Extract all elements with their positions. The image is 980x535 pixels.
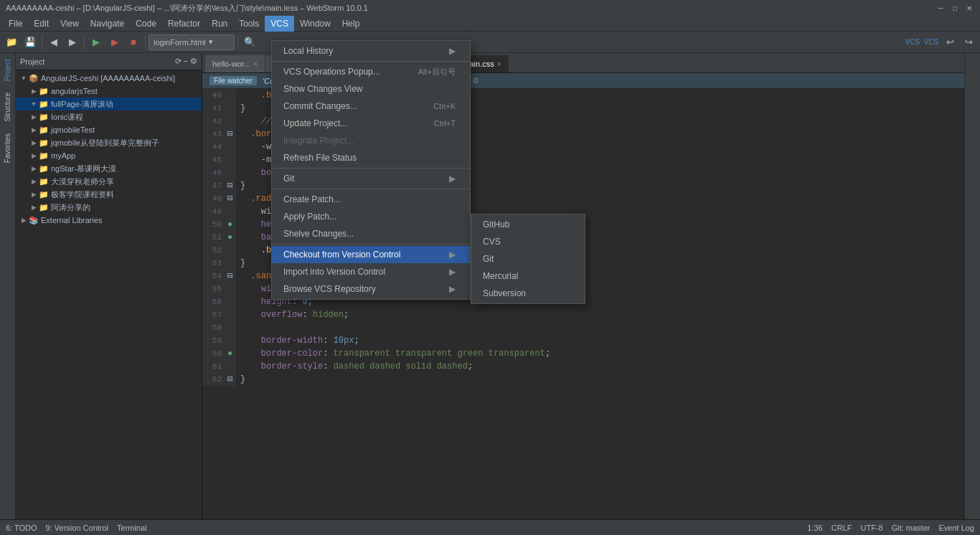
submenu-cvs[interactable]: CVS [471, 233, 585, 250]
menu-edit[interactable]: Edit [28, 16, 55, 32]
menu-update-project[interactable]: Update Project... Ctrl+T [272, 115, 470, 132]
menu-shelve-changes[interactable]: Shelve Changes... [272, 225, 470, 242]
minimize-button[interactable]: ─ [936, 3, 946, 13]
menu-run[interactable]: Run [206, 16, 233, 32]
submenu-mercurial[interactable]: Mercurial [471, 268, 585, 285]
tree-item-atao[interactable]: ▶ 📁 阿涛分享的 [16, 201, 202, 214]
menu-code[interactable]: Code [130, 16, 162, 32]
menu-browse-vcs[interactable]: Browse VCS Repository ▶ [272, 280, 470, 298]
project-selector[interactable]: loginForm.html ▾ [149, 34, 235, 50]
tree-label-extlibs: External Libraries [41, 216, 103, 224]
folder-icon-jqmobile: 📁 [39, 126, 49, 135]
tree-arrow-extlibs: ▶ [19, 217, 29, 224]
menu-apply-patch[interactable]: Apply Patch... [272, 208, 470, 225]
folder-icon-atao: 📁 [39, 203, 49, 212]
toolbar-undo-btn[interactable]: ↩ [941, 34, 958, 51]
menu-import[interactable]: Import into Version Control ▶ [272, 263, 470, 280]
toolbar-open-btn[interactable]: 📁 [3, 34, 20, 51]
status-eventlog[interactable]: Event Log [938, 524, 974, 532]
project-selector-dropdown-icon: ▾ [209, 37, 213, 47]
menu-git[interactable]: Git ▶ [272, 170, 470, 187]
tree-item-damo[interactable]: ▶ 📁 大漠穿秋老师分享 [16, 175, 202, 188]
tree-item-ngstar[interactable]: ▶ 📁 ngStar-慕课网大漠 [16, 162, 202, 175]
menu-show-changes[interactable]: Show Changes View [272, 80, 470, 98]
tree-item-myapp[interactable]: ▶ 📁 myApp [16, 149, 202, 162]
status-charset[interactable]: UTF-8 [860, 524, 882, 532]
maximize-button[interactable]: □ [950, 3, 960, 13]
sidebar-tab-project[interactable]: Project [1, 53, 14, 87]
tree-item-ionic[interactable]: ▶ 📁 Ionic课程 [16, 110, 202, 123]
tree-arrow-myapp: ▶ [29, 152, 39, 159]
menu-tools[interactable]: Tools [233, 16, 265, 32]
toolbar-redo-btn[interactable]: ↪ [960, 34, 977, 51]
status-position[interactable]: 1:36 [807, 524, 822, 532]
menu-view[interactable]: View [55, 16, 85, 32]
menu-shelve-label: Shelve Changes... [283, 229, 354, 239]
toolbar-stop-btn[interactable]: ■ [125, 34, 142, 51]
file-watcher-label[interactable]: File watcher [209, 76, 257, 85]
tree-label-root: AngularJS-ceshi [AAAAAAAAA-ceishi] [41, 74, 175, 82]
status-branch[interactable]: Git: master [892, 524, 930, 532]
submenu-cvs-label: CVS [483, 237, 501, 247]
tab-close-4[interactable]: × [497, 60, 501, 68]
menu-navigate[interactable]: Navigate [85, 16, 130, 32]
tree-item-jqmobile[interactable]: ▶ 📁 jqmobileTest [16, 123, 202, 136]
tree-label-angularjs: angularjsTest [51, 87, 98, 95]
project-panel-settings-icon[interactable]: ⚙ [190, 57, 197, 66]
tree-item-project-root[interactable]: ▼ 📦 AngularJS-ceshi [AAAAAAAAA-ceishi] [16, 72, 202, 85]
menu-create-patch[interactable]: Create Patch... [272, 191, 470, 208]
menu-vcs[interactable]: VCS [265, 16, 294, 32]
status-vcs[interactable]: 9: Version Control [46, 524, 108, 532]
tree-item-jike[interactable]: ▶ 📁 极客学院课程资料 [16, 188, 202, 201]
status-todo[interactable]: 6: TODO [6, 524, 37, 532]
project-panel-title: Project [20, 57, 44, 66]
menu-window[interactable]: Window [294, 16, 336, 32]
menu-apply-patch-label: Apply Patch... [283, 212, 336, 222]
right-sidebar-tabs [964, 53, 980, 519]
tree-item-fullpage[interactable]: ▼ 📁 fullPage-满屏滚动 [16, 98, 202, 110]
submenu-github[interactable]: GitHub [471, 216, 585, 233]
project-panel-collapse-icon[interactable]: − [184, 57, 188, 66]
menu-vcs-operations[interactable]: VCS Operations Popup... Alt+后引号 [272, 63, 470, 80]
menu-help[interactable]: Help [336, 16, 366, 32]
menu-commit-changes[interactable]: Commit Changes... Ctrl+K [272, 98, 470, 115]
menu-refactor[interactable]: Refactor [162, 16, 206, 32]
sidebar-tab-favorites[interactable]: Favorites [1, 128, 14, 169]
tree-item-jqmobile2[interactable]: ▶ 📁 jqmobile从登陆到菜单完整例子 [16, 136, 202, 149]
tree-arrow-ionic: ▶ [29, 113, 39, 120]
toolbar-vcs1[interactable]: VCS [904, 34, 921, 51]
menu-checkout[interactable]: Checkout from Version Control ▶ [272, 246, 470, 263]
folder-icon-ngstar: 📁 [39, 164, 49, 174]
tree-label-fullpage: fullPage-满屏滚动 [51, 99, 113, 110]
status-terminal[interactable]: Terminal [117, 524, 147, 532]
project-tree: ▼ 📦 AngularJS-ceshi [AAAAAAAAA-ceishi] ▶… [16, 70, 202, 519]
submenu-git[interactable]: Git [471, 250, 585, 268]
tree-item-extlibs[interactable]: ▶ 📚 External Libraries [16, 214, 202, 227]
toolbar-vcs2[interactable]: VCS [923, 34, 940, 51]
toolbar-save-btn[interactable]: 💾 [22, 34, 39, 51]
tree-item-angularjs[interactable]: ▶ 📁 angularjsTest [16, 85, 202, 98]
project-panel-sync-icon[interactable]: ⟳ [175, 57, 182, 66]
status-encoding[interactable]: CRLF [831, 524, 852, 532]
toolbar-search-btn[interactable]: 🔍 [241, 34, 258, 51]
menu-refresh-status[interactable]: Refresh File Status [272, 149, 470, 166]
menu-file[interactable]: File [3, 16, 28, 32]
menu-git-arrow: ▶ [449, 174, 456, 184]
toolbar-debug-btn[interactable]: ▶ [106, 34, 123, 51]
sidebar-tab-structure[interactable]: Structure [1, 87, 14, 128]
tab-close-1[interactable]: × [253, 60, 258, 68]
toolbar-run-btn[interactable]: ▶ [88, 34, 105, 51]
file-watcher-gear-icon[interactable]: ⚙ [472, 76, 479, 85]
menu-local-history[interactable]: Local History ▶ [272, 42, 470, 60]
menu-bar: File Edit View Navigate Code Refactor Ru… [0, 16, 980, 32]
tab-label-1: hello-wor... [212, 60, 250, 68]
close-button[interactable]: ✕ [964, 3, 974, 13]
toolbar-forward-btn[interactable]: ▶ [64, 34, 81, 51]
code-line-61: 61 border-style: dashed dashed solid das… [202, 360, 964, 373]
toolbar-back-btn[interactable]: ◀ [45, 34, 62, 51]
editor-tab-1[interactable]: hello-wor... × [205, 55, 265, 72]
submenu-subversion[interactable]: Subversion [471, 285, 585, 302]
code-line-60: 60 ● border-color: transparent transpare… [202, 347, 964, 360]
checkout-submenu: GitHub CVS Git Mercurial Subversion [471, 214, 585, 304]
folder-icon-myapp: 📁 [39, 151, 49, 161]
